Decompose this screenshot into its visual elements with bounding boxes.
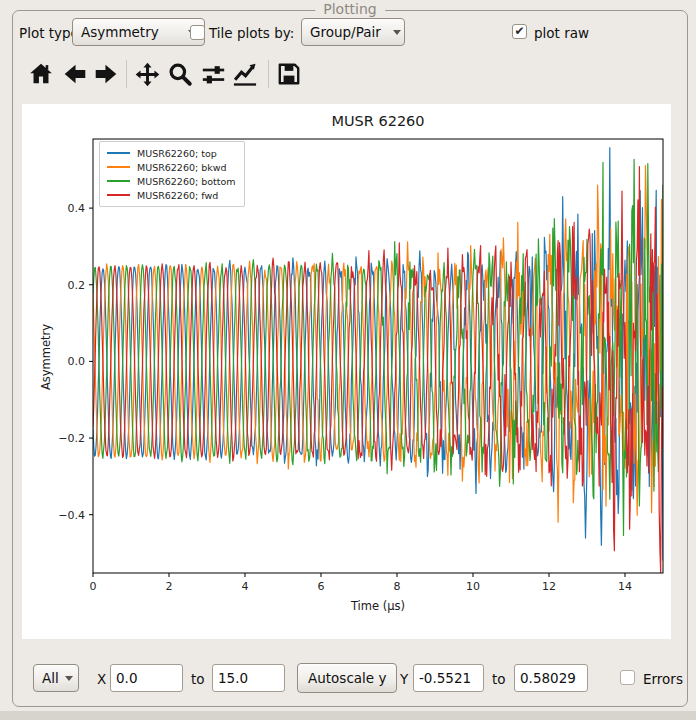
y-tick-label: 0.0 — [68, 355, 86, 368]
x-tick-label: 8 — [394, 580, 401, 593]
y-tick-label: −0.4 — [58, 509, 85, 522]
y-range-label: Y — [400, 671, 408, 687]
sliders-icon — [200, 61, 227, 88]
x-tick-label: 12 — [542, 580, 556, 593]
x-tick-label: 2 — [166, 580, 173, 593]
legend-entry: MUSR62260; bkwd — [107, 160, 236, 174]
plot-canvas[interactable]: MUSR 62260 Asymmetry Time (μs) 024681012… — [22, 104, 671, 639]
legend-line-swatch — [107, 180, 130, 183]
toolbar-separator — [126, 60, 127, 88]
x-tick-label: 14 — [618, 580, 632, 593]
pan-button[interactable] — [132, 58, 162, 90]
window-edge — [0, 711, 696, 720]
back-button[interactable] — [60, 58, 90, 90]
save-button[interactable] — [274, 58, 304, 90]
legend-line-swatch — [107, 194, 130, 197]
legend-label: MUSR62260; top — [137, 148, 217, 159]
range-selector-value: All — [42, 670, 59, 686]
plotting-window: Plotting Plot type : Asymmetry Tile plot… — [0, 0, 696, 720]
plot-raw-label[interactable]: plot raw — [534, 25, 589, 41]
plot-raw-checkbox[interactable] — [512, 24, 527, 39]
chevron-down-icon — [393, 30, 401, 35]
errors-checkbox[interactable] — [620, 670, 635, 685]
x-to-field[interactable] — [212, 664, 285, 692]
line-chart-icon — [231, 60, 259, 88]
magnifier-icon — [167, 61, 193, 87]
plot-legend: MUSR62260; topMUSR62260; bkwdMUSR62260; … — [99, 141, 245, 207]
x-tick-label: 0 — [90, 580, 97, 593]
legend-label: MUSR62260; bkwd — [137, 162, 227, 173]
forward-arrow-icon — [93, 61, 119, 87]
x-tick-label: 10 — [466, 580, 480, 593]
tile-by-combobox[interactable]: Group/Pair — [301, 18, 405, 46]
legend-line-swatch — [107, 152, 130, 155]
chevron-down-icon — [65, 676, 73, 681]
x-range-label: X — [97, 671, 106, 687]
errors-label[interactable]: Errors — [643, 671, 683, 687]
y-from-field[interactable] — [413, 664, 484, 692]
forward-button[interactable] — [91, 58, 121, 90]
groupbox-title: Plotting — [315, 1, 385, 17]
legend-entry: MUSR62260; bottom — [107, 174, 236, 188]
back-arrow-icon — [62, 61, 88, 87]
legend-label: MUSR62260; bottom — [137, 176, 236, 187]
home-icon — [28, 61, 54, 87]
autoscale-y-button[interactable]: Autoscale y — [297, 663, 397, 693]
plot-type-value: Asymmetry — [81, 24, 159, 40]
to-label: to — [191, 671, 205, 687]
x-from-field[interactable] — [110, 664, 183, 692]
plot-type-combobox[interactable]: Asymmetry — [72, 18, 205, 46]
x-tick-label: 4 — [242, 580, 249, 593]
tile-plots-label[interactable]: Tile plots by: — [209, 25, 294, 41]
tile-by-value: Group/Pair — [310, 24, 381, 40]
pan-icon — [134, 61, 161, 88]
legend-label: MUSR62260; fwd — [137, 190, 218, 201]
y-tick-label: 0.2 — [68, 279, 86, 292]
y-tick-label: 0.4 — [68, 202, 86, 215]
range-selector-combobox[interactable]: All — [33, 664, 79, 692]
configure-subplots-button[interactable] — [198, 58, 228, 90]
home-button[interactable] — [26, 58, 56, 90]
zoom-button[interactable] — [165, 58, 195, 90]
edit-plot-button[interactable] — [230, 58, 260, 90]
tile-plots-checkbox[interactable] — [190, 25, 205, 40]
y-tick-label: −0.2 — [58, 432, 85, 445]
legend-entry: MUSR62260; top — [107, 146, 236, 160]
legend-line-swatch — [107, 166, 130, 169]
floppy-disk-icon — [276, 61, 302, 87]
toolbar-separator — [268, 60, 269, 88]
to-label: to — [492, 671, 506, 687]
x-tick-label: 6 — [318, 580, 325, 593]
legend-entry: MUSR62260; fwd — [107, 188, 236, 202]
y-to-field[interactable] — [514, 664, 588, 692]
